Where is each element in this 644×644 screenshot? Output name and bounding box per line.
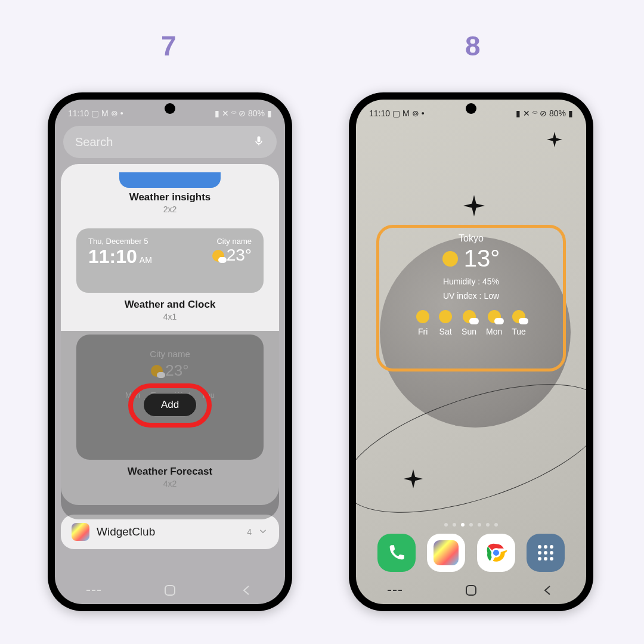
- preview-temp: 23°: [227, 246, 252, 264]
- battery-icon: ▮: [568, 109, 573, 118]
- android-nav-bar: [356, 577, 586, 604]
- sun-cloud-icon: [212, 250, 224, 262]
- search-placeholder: Search: [75, 135, 113, 149]
- sun-cloud-icon: [512, 310, 525, 323]
- mic-icon[interactable]: [253, 135, 265, 150]
- screen-right: 11:10 ▢ M ⊚ • ▮ ✕ ⌔ ⊘ 80% ▮ Tokyo 13°: [356, 100, 586, 604]
- svg-point-16: [544, 551, 547, 555]
- no-signal-icon: ⊘: [239, 109, 246, 118]
- svg-point-12: [538, 545, 541, 549]
- image-icon: ▢: [392, 109, 400, 118]
- svg-rect-8: [165, 586, 175, 595]
- gmail-icon: M: [101, 109, 109, 118]
- status-time: 11:10: [68, 109, 89, 118]
- battery-percent: 80%: [549, 109, 566, 118]
- svg-point-14: [550, 545, 553, 549]
- back-button[interactable]: [527, 583, 569, 597]
- sparkle-icon: [547, 132, 562, 147]
- wifi-icon: ⌔: [231, 109, 236, 118]
- widgetclub-row[interactable]: WidgetClub 4: [61, 515, 279, 549]
- widgetclub-app-icon[interactable]: [427, 534, 465, 572]
- preview-ampm: AM: [140, 255, 152, 265]
- weather-forecast-title: Weather Forecast: [76, 466, 264, 478]
- mute-icon: ✕: [222, 109, 229, 118]
- notification-dot-icon: ⊚: [412, 109, 419, 118]
- recents-button[interactable]: [72, 584, 114, 596]
- wifi-icon: ⌔: [532, 109, 537, 118]
- home-weather-widget[interactable]: Tokyo 13° Humidity : 45% UV index : Low …: [376, 225, 566, 371]
- recents-button[interactable]: [373, 584, 415, 596]
- sun-icon: [439, 310, 452, 323]
- weather-forecast-size: 4x2: [76, 479, 264, 488]
- notification-dot-icon: ⊚: [111, 109, 118, 118]
- android-nav-bar: [55, 577, 285, 604]
- svg-rect-24: [466, 586, 476, 595]
- svg-point-18: [538, 557, 541, 561]
- weather-insights-title: Weather insights: [73, 191, 267, 203]
- svg-point-13: [544, 545, 547, 549]
- search-input[interactable]: Search: [63, 126, 277, 158]
- preview-city: City name: [212, 237, 252, 246]
- weather-insights-preview[interactable]: [119, 172, 221, 188]
- dock: [356, 534, 586, 572]
- svg-rect-0: [258, 136, 261, 142]
- gmail-icon: M: [402, 109, 410, 118]
- weather-clock-title: Weather and Clock: [73, 299, 267, 311]
- step-number-7: 7: [161, 30, 177, 62]
- more-icon: •: [120, 109, 123, 118]
- highlight-ring: [128, 383, 212, 428]
- sun-cloud-icon: [488, 310, 501, 323]
- phone-app-icon[interactable]: [377, 534, 416, 572]
- widget-picker-card: Weather insights 2x2 Thu, December 5 11:…: [61, 164, 279, 505]
- mute-icon: ✕: [523, 109, 530, 118]
- battery-saver-icon: ▮: [516, 109, 521, 118]
- camera-hole-icon: [466, 103, 476, 114]
- battery-icon: ▮: [267, 109, 272, 118]
- weather-clock-preview[interactable]: Thu, December 5 11:10AM City name 23°: [76, 228, 264, 293]
- preview-time: 11:10: [88, 246, 137, 267]
- screen-left: 11:10 ▢ M ⊚ • ▮ ✕ ⌔ ⊘ 80% ▮ Search: [55, 100, 285, 604]
- app-drawer-icon[interactable]: [527, 534, 565, 572]
- camera-hole-icon: [165, 103, 175, 114]
- weather-insights-size: 2x2: [73, 205, 267, 214]
- phone-frame-right: 11:10 ▢ M ⊚ • ▮ ✕ ⌔ ⊘ 80% ▮ Tokyo 13°: [349, 92, 593, 611]
- svg-point-19: [544, 557, 547, 561]
- svg-point-17: [550, 551, 553, 555]
- chrome-app-icon[interactable]: [477, 534, 515, 572]
- weather-clock-size: 4x1: [73, 312, 267, 321]
- home-button[interactable]: [149, 583, 191, 597]
- widgetclub-count: 4: [247, 527, 252, 537]
- svg-point-15: [538, 551, 541, 555]
- widgetclub-label: WidgetClub: [97, 525, 155, 538]
- battery-percent: 80%: [248, 109, 265, 118]
- no-signal-icon: ⊘: [540, 109, 547, 118]
- more-icon: •: [422, 109, 425, 118]
- battery-saver-icon: ▮: [215, 109, 219, 118]
- image-icon: ▢: [91, 109, 99, 118]
- sun-icon: [416, 310, 429, 323]
- preview-date: Thu, December 5: [88, 237, 152, 246]
- widgetclub-icon: [72, 523, 89, 541]
- phone-frame-left: 11:10 ▢ M ⊚ • ▮ ✕ ⌔ ⊘ 80% ▮ Search: [48, 92, 292, 611]
- chevron-down-icon: [258, 526, 268, 538]
- home-button[interactable]: [450, 583, 492, 597]
- sun-cloud-icon: [463, 310, 476, 323]
- highlight-ring: [376, 225, 566, 371]
- step-number-8: 8: [465, 30, 481, 62]
- sparkle-icon: [463, 195, 485, 216]
- svg-point-20: [550, 557, 553, 561]
- status-time: 11:10: [369, 109, 390, 118]
- page-indicator[interactable]: [356, 523, 586, 527]
- back-button[interactable]: [226, 583, 268, 597]
